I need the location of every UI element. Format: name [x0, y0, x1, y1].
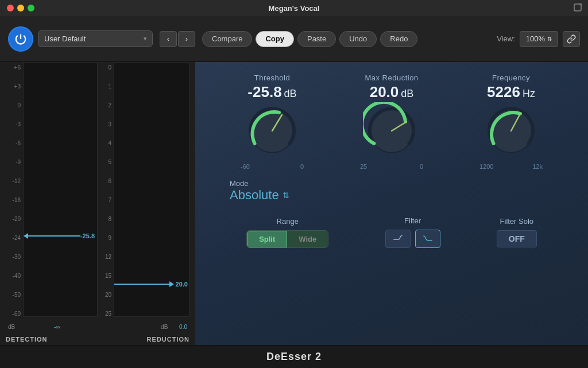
view-percent-selector[interactable]: 100% ⇅: [520, 31, 558, 47]
filter-solo-section: Filter Solo OFF: [497, 217, 537, 247]
reduction-marker-line: [114, 284, 169, 285]
filter-title: Filter: [404, 216, 421, 225]
threshold-marker: -25.8: [24, 233, 97, 239]
range-title: Range: [277, 217, 299, 226]
window-title: Megan's Vocal: [269, 4, 320, 13]
power-button[interactable]: [8, 26, 33, 52]
reduction-db-label: dB: [161, 324, 177, 330]
reduction-display: 0.0: [179, 324, 187, 330]
expand-icon[interactable]: [573, 3, 582, 14]
nav-controls: ‹ ›: [160, 31, 195, 47]
threshold-marker-line: [28, 235, 80, 237]
close-button[interactable]: [7, 5, 14, 11]
detection-meter: +6 +3 0 -3 -6 -9 -12 -16 -20 -24 -30 -40…: [6, 62, 98, 317]
updown-icon: ⇅: [547, 36, 552, 42]
preset-selector[interactable]: User Default ▾: [38, 30, 153, 47]
meters-labels: DETECTION REDUCTION: [0, 331, 195, 345]
detection-bar: -25.8: [23, 62, 98, 317]
maximize-button[interactable]: [28, 5, 34, 11]
filter-highpass-button[interactable]: [385, 230, 411, 248]
main-content: dB -∞ dB 0.0 +6 +3 0 -3 -6 -9 -12 -16 -2…: [0, 62, 588, 345]
frequency-knob[interactable]: [482, 102, 540, 160]
reduction-label: REDUCTION: [147, 336, 189, 343]
frequency-value: 5226: [487, 84, 520, 99]
reduction-marker: 20.0: [114, 281, 189, 288]
max-reduction-title: Max Reduction: [365, 73, 418, 82]
threshold-unit: dB: [284, 88, 297, 100]
nav-prev-button[interactable]: ‹: [160, 31, 177, 47]
action-buttons: Compare Copy Paste Undo Redo: [202, 31, 417, 47]
reduction-bar: 20.0: [114, 62, 189, 317]
plugin-panel: Threshold -25.8 dB: [195, 62, 588, 345]
undo-button[interactable]: Undo: [339, 31, 377, 47]
threshold-arrow-icon: [24, 233, 28, 239]
title-bar: Megan's Vocal: [0, 0, 588, 16]
filter-solo-button[interactable]: OFF: [497, 230, 537, 247]
preset-dropdown[interactable]: User Default: [38, 30, 153, 47]
range-wide-button[interactable]: Wide: [287, 231, 328, 247]
view-section: View: 100% ⇅: [497, 31, 580, 47]
view-label: View:: [497, 34, 515, 43]
detection-db-label: dB: [8, 324, 42, 330]
svg-rect-0: [574, 4, 581, 11]
copy-button[interactable]: Copy: [256, 31, 294, 47]
detection-label: DETECTION: [6, 336, 147, 343]
frequency-unit: Hz: [523, 88, 535, 100]
compare-button[interactable]: Compare: [202, 31, 252, 47]
max-reduction-unit: dB: [401, 88, 413, 100]
max-reduction-value: 20.0: [370, 84, 399, 99]
max-reduction-section: Max Reduction 20.0 dB 25: [360, 73, 423, 170]
range-section: Range Split Wide: [246, 217, 328, 248]
paste-button[interactable]: Paste: [297, 31, 336, 47]
detection-neg-inf: -∞: [54, 324, 60, 330]
knob-row: Threshold -25.8 dB: [218, 73, 565, 170]
range-split-button[interactable]: Split: [247, 231, 287, 247]
reduction-scale: 0 1 2 3 4 5 6 7 8 9 12 15 20 25: [98, 62, 114, 317]
threshold-range: -60 0: [241, 163, 304, 170]
reduction-arrow-icon: [169, 281, 174, 287]
threshold-marker-value: -25.8: [80, 233, 97, 239]
redo-button[interactable]: Redo: [380, 31, 417, 47]
filter-solo-title: Filter Solo: [500, 217, 534, 226]
max-reduction-knob[interactable]: [363, 102, 420, 160]
mode-selector[interactable]: Absolute ⇅: [230, 188, 289, 203]
frequency-range: 1200 12k: [479, 163, 543, 170]
frequency-section: Frequency 5226 Hz 1200 12k: [479, 73, 543, 170]
reduction-marker-value: 20.0: [174, 281, 189, 288]
window-controls: [7, 5, 34, 11]
filter-buttons: [385, 230, 440, 248]
threshold-knob[interactable]: [243, 102, 301, 160]
nav-next-button[interactable]: ›: [178, 31, 195, 47]
mode-section: Mode Absolute ⇅: [218, 179, 565, 203]
range-button-group: Split Wide: [246, 230, 328, 248]
filter-section: Filter: [385, 216, 440, 248]
meters-panel: dB -∞ dB 0.0 +6 +3 0 -3 -6 -9 -12 -16 -2…: [0, 62, 195, 345]
threshold-value: -25.8: [247, 84, 281, 99]
mode-spinner-icon: ⇅: [283, 191, 289, 200]
filter-lowpass-button[interactable]: [415, 230, 440, 248]
threshold-title: Threshold: [254, 73, 290, 82]
footer: DeEsser 2: [0, 345, 588, 368]
meters-header-row: dB -∞ dB 0.0: [0, 323, 195, 331]
footer-title: DeEsser 2: [266, 351, 322, 363]
mode-label: Mode: [230, 179, 249, 188]
reduction-meter: 0 1 2 3 4 5 6 7 8 9 12 15 20 25: [98, 62, 189, 317]
max-reduction-range: 25 0: [360, 163, 423, 170]
minimize-button[interactable]: [17, 5, 24, 11]
toolbar: User Default ▾ ‹ › Compare Copy Paste Un…: [0, 16, 588, 62]
bottom-controls: Range Split Wide Filter: [218, 216, 565, 248]
detection-scale: +6 +3 0 -3 -6 -9 -12 -16 -20 -24 -30 -40…: [6, 62, 23, 317]
frequency-title: Frequency: [492, 73, 530, 82]
link-button[interactable]: [563, 31, 580, 47]
threshold-section: Threshold -25.8 dB: [241, 73, 304, 170]
